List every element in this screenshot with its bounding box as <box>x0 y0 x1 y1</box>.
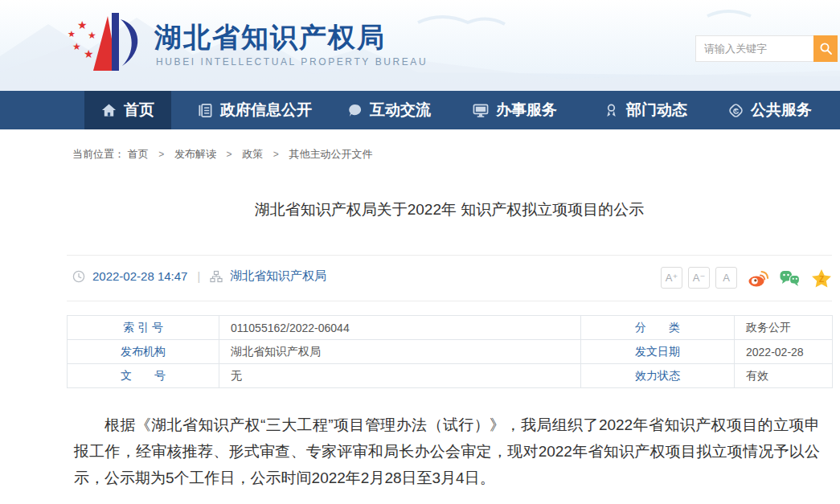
issue-date-value: 2022-02-28 <box>735 340 833 364</box>
nav-item-services[interactable]: 办事服务 <box>473 91 557 129</box>
font-size-decrease-button[interactable]: A⁻ <box>688 267 710 289</box>
table-row: 发布机构 湖北省知识产权局 发文日期 2022-02-28 <box>68 340 833 364</box>
breadcrumb-item-policy[interactable]: 政策 <box>242 148 263 160</box>
table-row: 索 引 号 011055162/2022-06044 分 类 政务公开 <box>68 316 833 340</box>
divider <box>67 255 832 256</box>
service-icon <box>728 103 744 118</box>
issue-date-label: 发文日期 <box>581 340 735 364</box>
monitor-icon <box>473 103 489 118</box>
site-header: ★ ★ ★ ★ ★ 湖北省知识产权局 HUBEI INTELLECTUAL PR… <box>0 0 840 91</box>
nav-label: 部门动态 <box>626 100 687 121</box>
chat-icon <box>347 103 363 118</box>
search-input[interactable] <box>695 35 813 62</box>
search-box <box>695 35 838 62</box>
main-nav: 首页 政府信息公开 互动交流 办事服务 <box>0 91 840 129</box>
nav-label: 公共服务 <box>751 100 812 121</box>
index-number-value: 011055162/2022-06044 <box>219 316 581 340</box>
divider <box>67 301 832 301</box>
validity-value: 有效 <box>735 364 833 388</box>
article-body-paragraph: 根据《湖北省知识产权“三大工程”项目管理办法（试行）》，我局组织了2022年省知… <box>74 412 820 491</box>
nav-label: 互动交流 <box>370 100 431 121</box>
wechat-icon[interactable] <box>779 268 801 288</box>
weibo-icon[interactable] <box>748 268 768 288</box>
index-number-label: 索 引 号 <box>68 316 219 340</box>
nav-item-interaction[interactable]: 互动交流 <box>347 91 431 129</box>
badge-icon <box>604 103 619 118</box>
bureau-emblem-icon[interactable]: ★ ★ ★ ★ ★ <box>66 10 150 77</box>
article-source: 湖北省知识产权局 <box>230 268 326 284</box>
font-size-increase-button[interactable]: A⁺ <box>661 267 682 289</box>
info-table: 索 引 号 011055162/2022-06044 分 类 政务公开 发布机构… <box>67 315 833 388</box>
meta-divider: | <box>197 270 200 283</box>
article-meta-right: A⁺ A⁻ A Z <box>661 267 832 289</box>
nav-item-gov-info[interactable]: 政府信息公开 <box>198 91 312 129</box>
breadcrumb-label: 当前位置： <box>72 148 125 160</box>
article-meta-left: 2022-02-28 14:47 | 湖北省知识产权局 <box>72 268 326 284</box>
nav-label: 办事服务 <box>496 100 557 121</box>
doc-number-value: 无 <box>219 364 581 388</box>
publish-time: 2022-02-28 14:47 <box>92 269 187 283</box>
star-icon: ★ <box>72 41 81 52</box>
nav-label: 首页 <box>124 100 154 121</box>
qzone-icon[interactable]: Z <box>811 268 832 288</box>
font-size-reset-button[interactable]: A <box>715 267 737 289</box>
publisher-value: 湖北省知识产权局 <box>219 340 581 364</box>
nav-item-department-news[interactable]: 部门动态 <box>604 91 687 129</box>
search-button[interactable] <box>813 35 838 62</box>
breadcrumb-item-home[interactable]: 首页 <box>128 148 149 160</box>
breadcrumb-separator: > <box>227 149 232 160</box>
nav-item-public-services[interactable]: 公共服务 <box>728 91 812 129</box>
star-icon: ★ <box>84 47 94 60</box>
nav-label: 政府信息公开 <box>220 100 312 121</box>
breadcrumb-item-other-docs[interactable]: 其他主动公开文件 <box>289 148 372 160</box>
site-subtitle: HUBEI INTELLECTUAL PROPERTY BUREAU <box>156 56 428 68</box>
table-row: 文 号 无 效力状态 有效 <box>68 364 833 388</box>
breadcrumb-item-release[interactable]: 发布解读 <box>174 148 216 160</box>
clock-icon <box>72 270 85 283</box>
validity-label: 效力状态 <box>581 364 735 388</box>
star-icon: ★ <box>88 30 96 41</box>
search-icon <box>819 42 833 55</box>
category-value: 政务公开 <box>735 316 833 340</box>
organization-icon <box>210 270 223 283</box>
publisher-label: 发布机构 <box>68 340 219 364</box>
doc-number-label: 文 号 <box>68 364 219 388</box>
article-meta-row: 2022-02-28 14:47 | 湖北省知识产权局 A⁺ A⁻ A <box>67 266 832 292</box>
category-label: 分 类 <box>581 316 735 340</box>
svg-text:Z: Z <box>819 274 824 283</box>
nav-item-home[interactable]: 首页 <box>84 91 171 129</box>
breadcrumb-separator: > <box>158 149 164 160</box>
star-icon: ★ <box>77 18 88 31</box>
home-icon <box>101 103 117 118</box>
page: ★ ★ ★ ★ ★ 湖北省知识产权局 HUBEI INTELLECTUAL PR… <box>0 0 840 504</box>
star-icon: ★ <box>68 29 76 39</box>
site-title: 湖北省知识产权局 <box>154 19 386 56</box>
breadcrumb-separator: > <box>273 149 279 160</box>
article-title: 湖北省知识产权局关于2022年 知识产权拟立项项目的公示 <box>67 199 832 220</box>
breadcrumb: 当前位置： 首页 > 发布解读 > 政策 > 其他主动公开文件 <box>72 147 372 162</box>
document-icon <box>198 103 213 118</box>
